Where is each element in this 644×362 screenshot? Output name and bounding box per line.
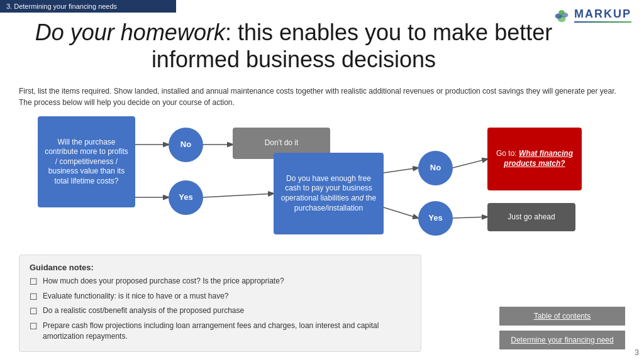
svg-line-9 — [384, 207, 418, 218]
guidance-item-1: ☐ How much does your proposed purchase c… — [30, 276, 411, 288]
checkbox-icon-1: ☐ — [30, 276, 38, 288]
box-yes-circle-1: Yes — [169, 180, 203, 215]
guidance-item-4: ☐ Prepare cash flow projections includin… — [30, 321, 411, 342]
main-title: Do your homework: this enables you to ma… — [19, 19, 569, 73]
box-no-circle-2: No — [418, 151, 453, 185]
svg-line-8 — [384, 168, 418, 173]
svg-line-7 — [203, 194, 274, 197]
checkbox-icon-3: ☐ — [30, 305, 38, 318]
guidance-item-3: ☐ Do a realistic cost/benefit analysis o… — [30, 305, 411, 318]
box-will-purchase: Will the purchase contribute more to pro… — [38, 116, 135, 207]
svg-line-10 — [453, 159, 487, 168]
guidance-notes: Guidance notes: ☐ How much does your pro… — [19, 255, 421, 352]
top-bar-label: 3. Determining your financing needs — [6, 3, 117, 10]
guidance-title: Guidance notes: — [30, 263, 411, 272]
box-just-go-ahead: Just go ahead — [487, 203, 575, 231]
subtitle: First, list the items required. Show lan… — [19, 85, 625, 108]
box-cashflow: Do you have enough free cash to pay your… — [274, 153, 384, 234]
flowchart: Will the purchase contribute more to pro… — [19, 110, 625, 251]
page-number: 3 — [635, 348, 639, 357]
top-bar: 3. Determining your financing needs — [0, 0, 176, 13]
logo-text: MARKUP — [574, 8, 631, 21]
nav-buttons: Table of contents Determine your financi… — [499, 307, 625, 349]
table-of-contents-button[interactable]: Table of contents — [499, 307, 625, 326]
guidance-item-2: ☐ Evaluate functionality: is it nice to … — [30, 291, 411, 304]
determine-financing-button[interactable]: Determine your financing need — [499, 331, 625, 349]
checkbox-icon-2: ☐ — [30, 291, 38, 304]
checkbox-icon-4: ☐ — [30, 321, 38, 333]
svg-point-3 — [558, 10, 565, 15]
title-italic: Do your homework — [35, 19, 225, 45]
svg-line-11 — [453, 217, 487, 218]
box-yes-circle-2: Yes — [418, 201, 453, 236]
box-goto-financing: Go to: What financing products match? — [487, 128, 582, 190]
logo-underline — [574, 21, 631, 23]
box-no-circle-1: No — [169, 128, 203, 162]
